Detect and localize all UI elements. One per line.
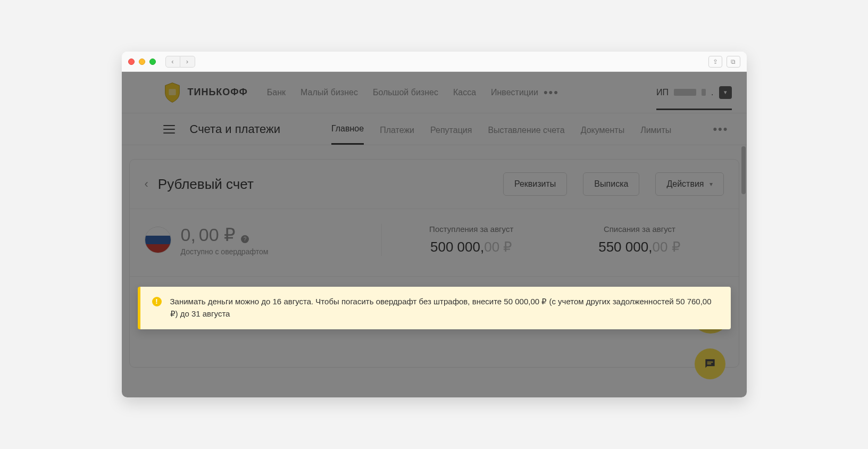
browser-back-button[interactable]: ‹ [165,56,180,68]
alert-text: Занимать деньги можно до 16 августа. Что… [170,295,719,320]
close-window-button[interactable] [128,59,135,65]
overdraft-alert: ! Занимать деньги можно до 16 августа. Ч… [138,287,731,330]
tabs-button[interactable]: ⧉ [727,56,740,68]
title-bar: ‹ › ⇪ ⧉ [122,52,747,72]
browser-forward-button[interactable]: › [180,56,195,68]
browser-nav-arrows: ‹ › [165,56,195,68]
modal-dim-overlay[interactable] [122,72,747,397]
share-button[interactable]: ⇪ [708,56,722,68]
warning-icon: ! [152,297,162,306]
browser-window: ‹ › ⇪ ⧉ ТИНЬКОФФ Банк [122,52,747,397]
stage: ‹ › ⇪ ⧉ ТИНЬКОФФ Банк [0,0,868,449]
maximize-window-button[interactable] [149,59,156,65]
window-controls [128,59,156,65]
app-shell: ТИНЬКОФФ Банк Малый бизнес Большой бизне… [122,72,747,397]
minimize-window-button[interactable] [139,59,145,65]
title-right-tools: ⇪ ⧉ [708,56,740,68]
